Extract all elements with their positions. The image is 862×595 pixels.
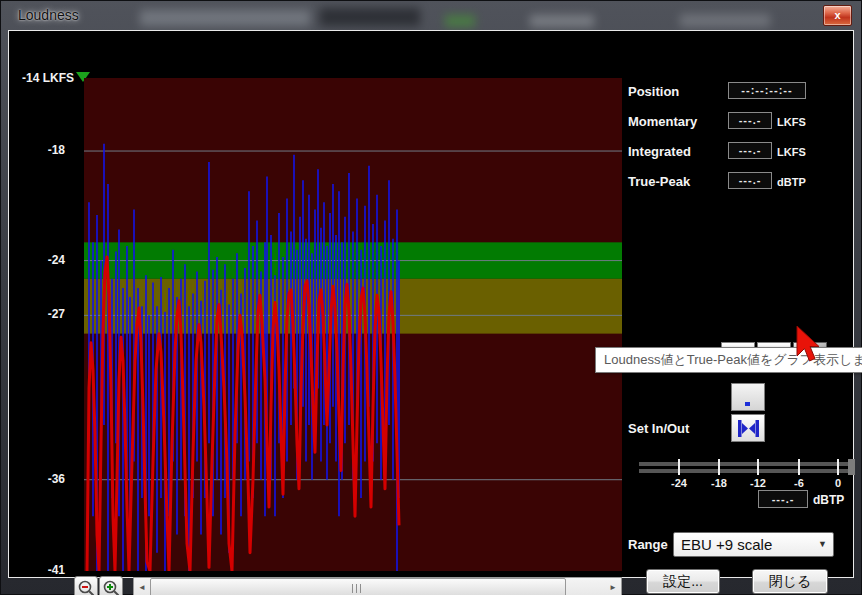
titlebar-glass-reflection: [680, 14, 770, 27]
meter-tick-label: -6: [784, 477, 814, 489]
titlebar-glass-reflection: [320, 8, 420, 26]
meter-tick-label: -24: [664, 477, 694, 489]
range-selected-value: EBU +9 scale: [681, 536, 772, 553]
magnifier-plus-icon: [102, 579, 121, 595]
y-axis-top-label: -14 LKFS: [22, 71, 74, 85]
scroll-left-icon[interactable]: ◄: [134, 578, 150, 595]
y-axis-tick-label: -41: [33, 563, 65, 577]
close-dialog-button[interactable]: 閉じる: [752, 569, 828, 594]
momentary-unit: LKFS: [777, 116, 806, 128]
meter-tick: [798, 459, 800, 475]
window-title: Loudness: [18, 7, 79, 23]
position-value: --:--:--:--: [728, 82, 806, 99]
meter-tick: [678, 459, 680, 475]
integrated-label: Integrated: [628, 144, 691, 159]
y-axis-tick-label: -18: [33, 143, 65, 157]
dialog-content: -14 LKFS -18-24-27-36-41 ◄ ► Position --…: [8, 30, 854, 578]
loudness-graph-canvas: [84, 78, 622, 571]
blue-glyph-icon: [732, 384, 763, 408]
position-label: Position: [628, 84, 679, 99]
in-out-markers-icon: [733, 417, 764, 440]
y-axis-tick-label: -36: [33, 472, 65, 486]
meter-tick-label: -18: [704, 477, 734, 489]
graph-horizontal-scrollbar[interactable]: ◄ ►: [133, 577, 622, 595]
scroll-right-icon[interactable]: ►: [605, 578, 621, 595]
truepeak-label: True-Peak: [628, 174, 690, 189]
y-axis-tick-label: -27: [33, 307, 65, 321]
truepeak-unit: dBTP: [777, 176, 806, 188]
scrollbar-thumb[interactable]: [150, 578, 566, 595]
integrated-unit: LKFS: [777, 146, 806, 158]
close-window-button[interactable]: x: [823, 5, 852, 26]
titlebar-glass-reflection: [530, 15, 594, 27]
meter-tick: [837, 459, 839, 475]
meter-tick: [718, 459, 720, 475]
zoom-in-button[interactable]: [99, 576, 123, 595]
truepeak-value: ---.-: [728, 172, 772, 189]
meter-tick: [757, 459, 759, 475]
magnifier-minus-icon: [77, 579, 96, 595]
meter-tick-label: 0: [823, 477, 853, 489]
mouse-cursor-icon: [796, 326, 830, 364]
truepeak-meter-value: ---.-: [758, 490, 808, 508]
momentary-label: Momentary: [628, 114, 697, 129]
set-in-out-label: Set In/Out: [628, 421, 689, 436]
display-mode-extra-button[interactable]: [731, 383, 765, 411]
loudness-window: { "window": { "title": "Loudness", "clos…: [0, 0, 862, 595]
titlebar-glass-reflection: [140, 10, 310, 26]
zoom-out-button[interactable]: [74, 576, 98, 595]
momentary-value: ---.-: [728, 112, 772, 129]
y-axis-tick-label: -24: [33, 253, 65, 267]
close-icon: x: [834, 9, 840, 21]
scrollbar-grip-icon: [352, 584, 364, 593]
truepeak-meter-bar-bottom: [639, 469, 855, 473]
settings-button[interactable]: 設定...: [646, 569, 720, 594]
chevron-down-icon: ▼: [818, 539, 827, 549]
range-label: Range: [628, 537, 668, 552]
meter-tick-label: -12: [743, 477, 773, 489]
titlebar-glass-reflection: [445, 15, 475, 27]
meter-end-cap: [848, 459, 855, 475]
integrated-value: ---.-: [728, 142, 772, 159]
set-in-out-button[interactable]: [731, 414, 765, 442]
truepeak-meter-unit: dBTP: [813, 493, 844, 507]
loudness-graph: [84, 78, 622, 571]
range-select[interactable]: EBU +9 scale ▼: [673, 532, 834, 557]
truepeak-meter-bar-top: [639, 462, 855, 466]
